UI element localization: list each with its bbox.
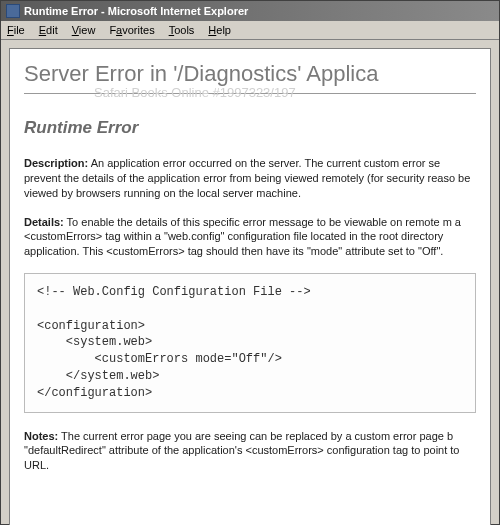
menu-tools-rest: ools	[174, 24, 194, 36]
details-paragraph: Details: To enable the details of this s…	[24, 215, 476, 260]
config-code-block: <!-- Web.Config Configuration File --> <…	[24, 273, 476, 413]
menu-fav-rest: vorites	[122, 24, 154, 36]
page-content: Server Error in '/Diagnostics' Applica S…	[9, 48, 491, 525]
menu-view-rest: iew	[79, 24, 96, 36]
details-label: Details:	[24, 216, 64, 228]
menu-tools[interactable]: Tools	[169, 24, 195, 36]
notes-text: The current error page you are seeing ca…	[24, 430, 460, 472]
menu-favorites[interactable]: Favorites	[109, 24, 154, 36]
description-text: An application error occurred on the ser…	[24, 157, 470, 199]
titlebar[interactable]: Runtime Error - Microsoft Internet Explo…	[1, 1, 499, 21]
menu-edit-rest: dit	[46, 24, 58, 36]
page-title: Server Error in '/Diagnostics' Applica S…	[24, 61, 476, 94]
watermark-text: Safari Books Online #1997323/197	[94, 85, 296, 100]
details-text: To enable the details of this specific e…	[24, 216, 461, 258]
menu-file-rest: ile	[14, 24, 25, 36]
menu-help-rest: elp	[216, 24, 231, 36]
menu-file[interactable]: File	[7, 24, 25, 36]
page-title-text: Server Error in '/Diagnostics' Applica	[24, 61, 378, 86]
browser-window: Runtime Error - Microsoft Internet Explo…	[0, 0, 500, 525]
menu-view[interactable]: View	[72, 24, 96, 36]
window-title: Runtime Error - Microsoft Internet Explo…	[24, 5, 248, 17]
menu-help[interactable]: Help	[208, 24, 231, 36]
ie-icon	[6, 4, 20, 18]
menubar: File Edit View Favorites Tools Help	[1, 21, 499, 40]
error-heading: Runtime Error	[24, 118, 476, 138]
notes-paragraph: Notes: The current error page you are se…	[24, 429, 476, 474]
description-label: Description:	[24, 157, 88, 169]
menu-edit[interactable]: Edit	[39, 24, 58, 36]
description-paragraph: Description: An application error occurr…	[24, 156, 476, 201]
notes-label: Notes:	[24, 430, 58, 442]
